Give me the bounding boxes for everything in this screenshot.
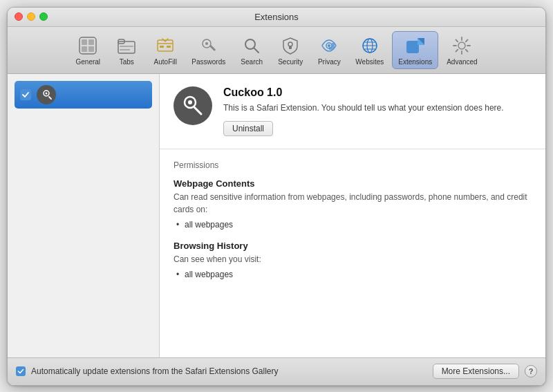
permission-item: all webpages: [185, 270, 532, 279]
svg-line-35: [456, 39, 458, 41]
help-button[interactable]: ?: [525, 365, 537, 377]
svg-point-40: [46, 92, 48, 94]
minimize-button[interactable]: [27, 12, 35, 21]
websites-label: Websites: [355, 58, 384, 66]
tabs-icon: [115, 35, 138, 57]
permission-group-history: Browsing History Can see when you visit:…: [174, 241, 532, 279]
extension-description: This is a Safari Extension. You should t…: [223, 102, 532, 114]
svg-line-37: [466, 39, 468, 41]
permissions-title: Permissions: [174, 160, 532, 170]
svg-rect-19: [289, 46, 292, 49]
svg-point-15: [205, 42, 208, 45]
svg-line-41: [49, 97, 51, 99]
permission-list-webpage: all webpages: [174, 220, 532, 230]
svg-rect-27: [406, 41, 419, 53]
websites-icon: [359, 35, 381, 57]
extension-enabled-checkbox[interactable]: [20, 89, 31, 100]
svg-line-38: [456, 49, 458, 51]
security-icon: [279, 35, 301, 57]
svg-line-17: [254, 48, 259, 53]
permission-item: all webpages: [185, 220, 532, 230]
toolbar-item-privacy[interactable]: Privacy: [311, 32, 347, 68]
privacy-icon: [318, 35, 340, 57]
permission-desc-webpage: Can read sensitive information from webp…: [174, 191, 532, 216]
uninstall-button[interactable]: Uninstall: [223, 121, 273, 136]
advanced-label: Advanced: [447, 58, 477, 66]
search-icon: [241, 35, 263, 57]
permission-desc-history: Can see when you visit:: [174, 253, 532, 265]
auto-update-checkbox[interactable]: [16, 366, 26, 376]
autofill-label: AutoFill: [154, 58, 177, 66]
toolbar-item-security[interactable]: Security: [272, 32, 308, 68]
extensions-icon: [404, 35, 427, 57]
toolbar-item-autofill[interactable]: AutoFill: [147, 32, 183, 68]
permission-heading-webpage: Webpage Contents: [174, 178, 532, 189]
extension-logo: [174, 86, 212, 125]
toolbar-item-general[interactable]: General: [70, 32, 106, 68]
auto-update-label: Automatically update extensions from the…: [31, 366, 427, 376]
preferences-toolbar: General Tabs: [8, 27, 545, 74]
extension-name: Cuckoo 1.0: [223, 86, 532, 99]
svg-rect-1: [82, 39, 87, 45]
svg-rect-4: [88, 46, 94, 52]
toolbar-item-search[interactable]: Search: [234, 32, 270, 68]
security-label: Security: [278, 58, 303, 66]
titlebar: Extensions: [8, 8, 545, 27]
extensions-sidebar: [8, 74, 160, 357]
maximize-button[interactable]: [39, 12, 48, 21]
more-extensions-button[interactable]: More Extensions...: [433, 364, 519, 379]
permission-list-history: all webpages: [174, 270, 532, 279]
autofill-icon: [154, 35, 176, 57]
extension-info: Cuckoo 1.0 This is a Safari Extension. Y…: [223, 86, 532, 136]
toolbar-item-passwords[interactable]: Passwords: [186, 32, 231, 68]
extensions-label: Extensions: [398, 58, 432, 66]
toolbar-item-extensions[interactable]: Extensions: [392, 31, 438, 69]
svg-rect-3: [82, 46, 87, 52]
passwords-icon: [198, 35, 220, 57]
svg-rect-12: [167, 46, 171, 48]
toolbar-item-advanced[interactable]: Advanced: [441, 32, 482, 68]
bottom-bar: Automatically update extensions from the…: [8, 357, 545, 385]
svg-point-30: [458, 42, 465, 49]
general-icon: [77, 35, 99, 57]
window-controls: [15, 12, 48, 21]
svg-line-36: [466, 49, 468, 51]
search-label: Search: [241, 58, 263, 66]
window-title: Extensions: [254, 12, 299, 22]
advanced-icon: [451, 35, 473, 57]
svg-line-44: [194, 107, 201, 114]
permissions-section: Permissions Webpage Contents Can read se…: [160, 149, 545, 301]
extension-header: Cuckoo 1.0 This is a Safari Extension. Y…: [160, 74, 545, 149]
general-label: General: [76, 58, 101, 66]
main-content: Cuckoo 1.0 This is a Safari Extension. Y…: [8, 74, 545, 357]
svg-point-43: [188, 100, 192, 104]
tabs-label: Tabs: [120, 58, 134, 66]
extension-icon: [37, 85, 56, 104]
svg-rect-7: [120, 46, 133, 47]
extension-list-item-cuckoo[interactable]: [15, 81, 152, 109]
toolbar-item-tabs[interactable]: Tabs: [109, 32, 144, 68]
svg-rect-14: [209, 44, 216, 50]
extension-detail-panel: Cuckoo 1.0 This is a Safari Extension. Y…: [160, 74, 545, 357]
svg-rect-11: [160, 46, 164, 48]
toolbar-item-websites[interactable]: Websites: [350, 32, 389, 68]
passwords-label: Passwords: [191, 58, 225, 66]
svg-point-21: [328, 44, 330, 47]
svg-rect-2: [88, 39, 94, 45]
svg-rect-8: [120, 49, 130, 50]
close-button[interactable]: [15, 12, 23, 21]
privacy-label: Privacy: [318, 58, 341, 66]
permission-heading-history: Browsing History: [174, 241, 532, 251]
permission-group-webpage: Webpage Contents Can read sensitive info…: [174, 178, 532, 230]
safari-preferences-window: Extensions General: [7, 7, 546, 386]
